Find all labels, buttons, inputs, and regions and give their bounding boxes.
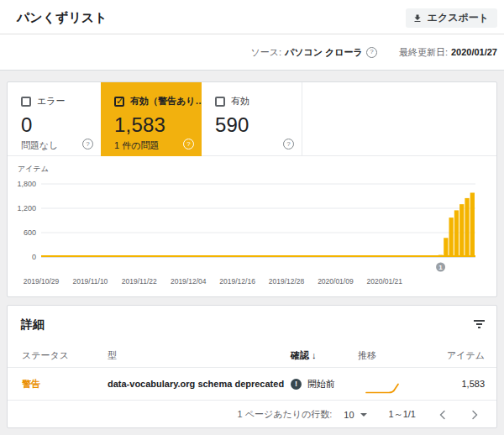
table-header: ステータス 型 確認↓ 推移 アイテム <box>8 343 496 368</box>
status-cards: エラー 0 問題なし ? 有効（警告あり… 1,583 1 件の問題 ? 有効 <box>8 82 496 156</box>
card-valid-label: 有効 <box>231 95 249 107</box>
checkbox-checked-icon[interactable] <box>114 97 124 107</box>
items-time-series-chart[interactable]: アイテム06001,2001,8002019/10/292019/11/1020… <box>8 156 496 297</box>
checkbox-unchecked-icon[interactable] <box>21 97 31 107</box>
search-console-breadcrumbs-report: パンくずリスト エクスポート ソース: パソコン クローラ ? 最終更新日: 2… <box>0 0 504 435</box>
next-page-button[interactable] <box>470 410 480 420</box>
download-icon <box>412 13 423 24</box>
title-row: パンくずリスト エクスポート <box>0 0 504 34</box>
svg-text:アイテム: アイテム <box>18 165 49 173</box>
card-error-count: 0 <box>21 113 101 137</box>
column-header-validation[interactable]: 確認↓ <box>291 343 317 368</box>
card-warning-label: 有効（警告あり… <box>130 95 202 107</box>
pending-exclamation-icon: ! <box>291 379 302 390</box>
help-icon[interactable]: ? <box>283 139 294 149</box>
help-icon[interactable]: ? <box>82 139 93 149</box>
card-error-label: エラー <box>37 95 66 107</box>
export-label: エクスポート <box>428 11 489 25</box>
rows-per-page-value: 10 <box>344 410 354 420</box>
report-meta-row: ソース: パソコン クローラ ? 最終更新日: 2020/01/27 <box>0 34 504 70</box>
source-value: パソコン クローラ <box>285 46 363 59</box>
column-header-trend[interactable]: 推移 <box>358 343 376 368</box>
row-issue-type: data-vocabulary.org schema deprecated <box>108 368 284 401</box>
pagination-range: 1～1/1 <box>389 408 416 421</box>
status-chart-panel: エラー 0 問題なし ? 有効（警告あり… 1,583 1 件の問題 ? 有効 <box>7 81 497 297</box>
page-header: パンくずリスト エクスポート ソース: パソコン クローラ ? 最終更新日: 2… <box>0 0 504 71</box>
last-updated-label: 最終更新日: <box>399 46 448 59</box>
card-valid-header: 有効 <box>215 95 302 107</box>
card-warning-header: 有効（警告あり… <box>114 95 202 107</box>
svg-text:1,200: 1,200 <box>17 204 36 212</box>
filter-icon[interactable] <box>471 317 486 332</box>
row-validation-state: ! 開始前 <box>291 368 335 401</box>
svg-text:1: 1 <box>438 264 443 271</box>
page-title: パンくずリスト <box>17 0 107 34</box>
details-panel: 詳細 ステータス 型 確認↓ 推移 アイテム 警告 data-vocabular… <box>7 305 497 428</box>
row-validation-label: 開始前 <box>307 368 335 401</box>
card-error-header: エラー <box>21 95 101 107</box>
chevron-left-icon <box>438 410 448 420</box>
svg-text:2019/12/28: 2019/12/28 <box>269 277 305 286</box>
details-title: 詳細 <box>21 306 45 343</box>
rows-per-page-label: 1 ページあたりの行数: <box>238 408 333 421</box>
row-status-badge: 警告 <box>22 368 40 401</box>
svg-text:1,800: 1,800 <box>17 180 36 188</box>
card-warning-count: 1,583 <box>114 113 202 137</box>
svg-text:2020/01/09: 2020/01/09 <box>318 277 354 286</box>
svg-text:0: 0 <box>32 253 36 261</box>
checkbox-unchecked-icon[interactable] <box>215 97 225 107</box>
column-header-items[interactable]: アイテム <box>447 343 485 368</box>
svg-text:2019/12/04: 2019/12/04 <box>171 277 207 286</box>
rows-per-page-select[interactable]: 10 <box>344 410 366 420</box>
help-icon[interactable]: ? <box>183 139 194 149</box>
pagination-bar: 1 ページあたりの行数: 10 1～1/1 <box>8 401 496 428</box>
previous-page-button[interactable] <box>438 410 448 420</box>
svg-text:2019/11/10: 2019/11/10 <box>72 277 108 286</box>
table-row[interactable]: 警告 data-vocabulary.org schema deprecated… <box>8 368 496 401</box>
column-header-status[interactable]: ステータス <box>22 343 69 368</box>
svg-text:600: 600 <box>24 228 36 237</box>
svg-text:2019/12/16: 2019/12/16 <box>219 277 255 286</box>
svg-text:2020/01/21: 2020/01/21 <box>367 277 403 286</box>
chevron-down-icon <box>360 413 367 417</box>
svg-text:2019/10/29: 2019/10/29 <box>24 277 60 286</box>
sort-desc-icon: ↓ <box>312 350 317 360</box>
card-valid-count: 590 <box>215 113 302 137</box>
chevron-right-icon <box>470 410 480 420</box>
last-updated-value: 2020/01/27 <box>451 47 497 57</box>
export-button[interactable]: エクスポート <box>406 8 497 28</box>
card-valid[interactable]: 有効 590 ? <box>202 82 302 156</box>
help-icon[interactable]: ? <box>366 47 377 58</box>
source-label: ソース: <box>250 46 281 59</box>
card-error[interactable]: エラー 0 問題なし ? <box>8 82 101 156</box>
column-header-type[interactable]: 型 <box>108 343 117 368</box>
row-items-count: 1,583 <box>461 368 485 401</box>
svg-text:2019/11/22: 2019/11/22 <box>122 277 157 286</box>
card-valid-with-warnings[interactable]: 有効（警告あり… 1,583 1 件の問題 ? <box>101 82 202 156</box>
